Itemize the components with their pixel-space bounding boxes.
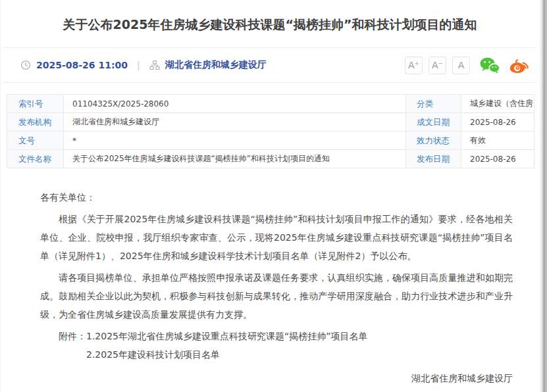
wechat-share-button[interactable] <box>479 57 500 74</box>
publish-date-value: 2025-08-26 <box>461 150 534 168</box>
doc-number-label: 文号 <box>7 132 64 150</box>
font-decrease-button[interactable]: A⁻ <box>429 57 446 74</box>
publish-time: 2025-08-26 11:00 <box>36 60 128 70</box>
document-page: 关于公布2025年住房城乡建设科技课题“揭榜挂帅”和科技计划项目的通知 2025… <box>0 0 539 392</box>
doc-title-value: 关于公布2025年住房城乡建设科技课题“揭榜挂帅”和科技计划项目的通知 <box>64 150 406 168</box>
validity-label: 效力状态 <box>406 132 461 150</box>
meta-bar: 2025-08-26 11:00 | 湖北省住房和城乡建设厅 A⁺ A⁻ A <box>1 48 539 82</box>
font-reset-button[interactable]: A <box>452 57 470 74</box>
wechat-icon <box>479 57 500 74</box>
publisher-value: 湖北省住房和城乡建设厅 <box>64 113 406 132</box>
source-name: 湖北省住房和城乡建设厅 <box>165 59 267 71</box>
attachment-item-2: 2.2025年建设科技计划项目名单 <box>40 345 513 364</box>
doc-number-value: * <box>64 132 406 150</box>
page-title: 关于公布2025年住房城乡建设科技课题“揭榜挂帅”和科技计划项目的通知 <box>63 16 477 33</box>
salutation: 各有关单位： <box>40 188 513 207</box>
clock-icon <box>20 60 31 70</box>
weibo-icon <box>509 57 529 74</box>
category-label: 分类 <box>406 95 461 113</box>
table-row: 发布机构 湖北省住房和城乡建设厅 成文日期 2025-08-26 <box>7 113 534 132</box>
publisher-label: 发布机构 <box>7 113 64 132</box>
table-row: 文件名称 关于公布2025年住房城乡建设科技课题“揭榜挂帅”和科技计划项目的通知… <box>7 150 534 168</box>
info-table: 索引号 01104325X/2025-28060 分类 城乡建设（含住房） 发布… <box>7 94 534 168</box>
weibo-share-button[interactable] <box>509 57 529 74</box>
org-icon <box>149 60 160 70</box>
publish-date-label: 发布日期 <box>406 150 461 168</box>
source-link[interactable]: 湖北省住房和城乡建设厅 <box>149 59 267 71</box>
issue-date-label: 成文日期 <box>406 113 461 132</box>
table-row: 索引号 01104325X/2025-28060 分类 城乡建设（含住房） <box>7 95 534 113</box>
divider <box>3 82 536 83</box>
font-increase-button[interactable]: A⁺ <box>405 57 423 74</box>
meta-actions: A⁺ A⁻ A <box>399 57 529 74</box>
paragraph-2: 请各项目揭榜单位、承担单位严格按照申报承诺及课题任务要求，认真组织实施，确保项目… <box>40 268 513 324</box>
meta-info: 2025-08-26 11:00 | 湖北省住房和城乡建设厅 <box>20 59 267 71</box>
index-number-label: 索引号 <box>7 95 64 113</box>
separator: | <box>137 60 140 70</box>
validity-value: 有效 <box>461 132 534 150</box>
paragraph-1: 根据《关于开展2025年住房城乡建设科技课题“揭榜挂帅”和科技计划项目申报工作的… <box>40 210 513 265</box>
attachment-item-1: 附件：1.2025年湖北省住房城乡建设重点科技研究课题“揭榜挂帅”项目名单 <box>40 327 513 345</box>
title-block: 关于公布2025年住房城乡建设科技课题“揭榜挂帅”和科技计划项目的通知 <box>1 0 539 47</box>
article-body: 各有关单位： 根据《关于开展2025年住房城乡建设科技课题“揭榜挂帅”和科技计划… <box>1 168 539 392</box>
page-edge-shadow <box>539 0 547 392</box>
table-row: 文号 * 效力状态 有效 <box>7 132 534 150</box>
doc-title-label: 文件名称 <box>7 150 64 168</box>
issue-date-value: 2025-08-26 <box>461 113 534 132</box>
signature: 湖北省住房和城乡建设厅 <box>40 372 513 385</box>
category-value: 城乡建设（含住房） <box>461 95 534 113</box>
index-number-value: 01104325X/2025-28060 <box>64 95 406 113</box>
